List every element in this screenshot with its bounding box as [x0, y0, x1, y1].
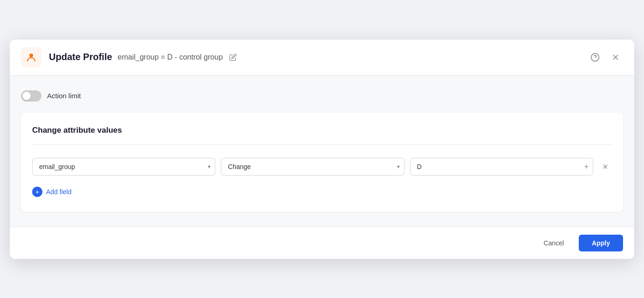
operation-select-wrapper: Change ▾: [221, 158, 404, 176]
add-field-label: Add field: [46, 188, 71, 196]
value-plus-button[interactable]: +: [584, 163, 589, 170]
svg-point-0: [29, 54, 33, 57]
field-row: email_group ▾ Change ▾ +: [32, 158, 612, 176]
app-logo: [21, 47, 41, 68]
apply-button[interactable]: Apply: [579, 235, 623, 251]
header-actions: [588, 50, 623, 65]
add-field-button[interactable]: + Add field: [32, 185, 71, 199]
attribute-values-card: Change attribute values email_group ▾ Ch…: [21, 113, 623, 212]
edit-icon[interactable]: [226, 51, 240, 64]
card-title: Change attribute values: [32, 126, 612, 135]
attribute-select-wrapper: email_group ▾: [32, 158, 215, 176]
modal-footer: Cancel Apply: [10, 227, 634, 259]
action-limit-label: Action limit: [47, 92, 81, 100]
modal-subtitle: email_group = D - control group: [118, 53, 223, 61]
help-button[interactable]: [588, 50, 603, 65]
card-divider: [32, 144, 612, 145]
modal-body: Action limit Change attribute values ema…: [10, 75, 634, 227]
cancel-button[interactable]: Cancel: [534, 235, 574, 251]
operation-select[interactable]: Change: [221, 158, 404, 176]
close-button[interactable]: [608, 50, 623, 65]
add-field-icon: +: [32, 187, 42, 197]
remove-field-button[interactable]: [599, 160, 612, 173]
value-input[interactable]: [410, 158, 593, 176]
action-limit-row: Action limit: [21, 90, 623, 102]
attribute-select[interactable]: email_group: [32, 158, 215, 176]
value-field-wrapper: +: [410, 158, 593, 176]
modal-header: Update Profile email_group = D - control…: [10, 40, 634, 75]
action-limit-toggle[interactable]: [21, 90, 41, 102]
modal-title: Update Profile: [49, 52, 112, 62]
modal-container: Update Profile email_group = D - control…: [10, 40, 634, 259]
